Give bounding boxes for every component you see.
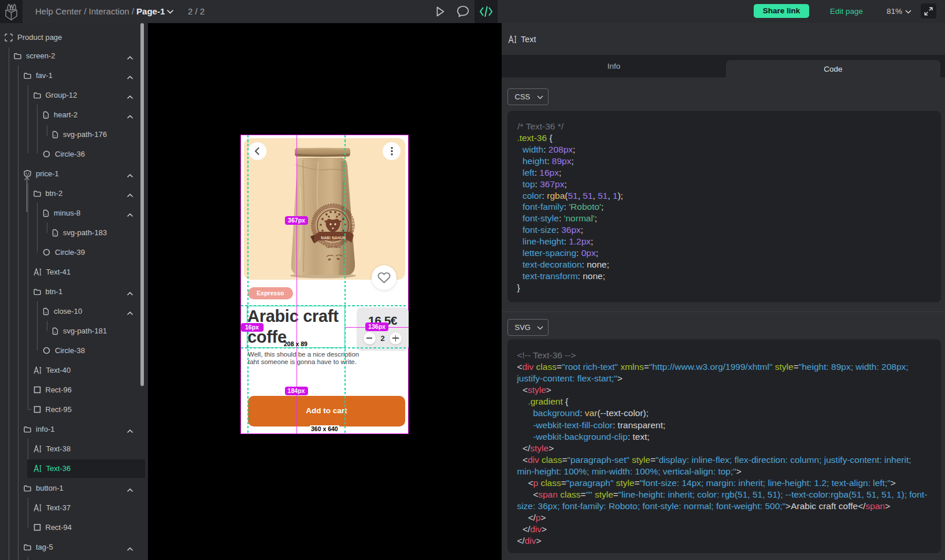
svg-text:HAND MADE: HAND MADE: [326, 246, 340, 249]
svg-text:NABI NAHUB: NABI NAHUB: [321, 236, 346, 240]
